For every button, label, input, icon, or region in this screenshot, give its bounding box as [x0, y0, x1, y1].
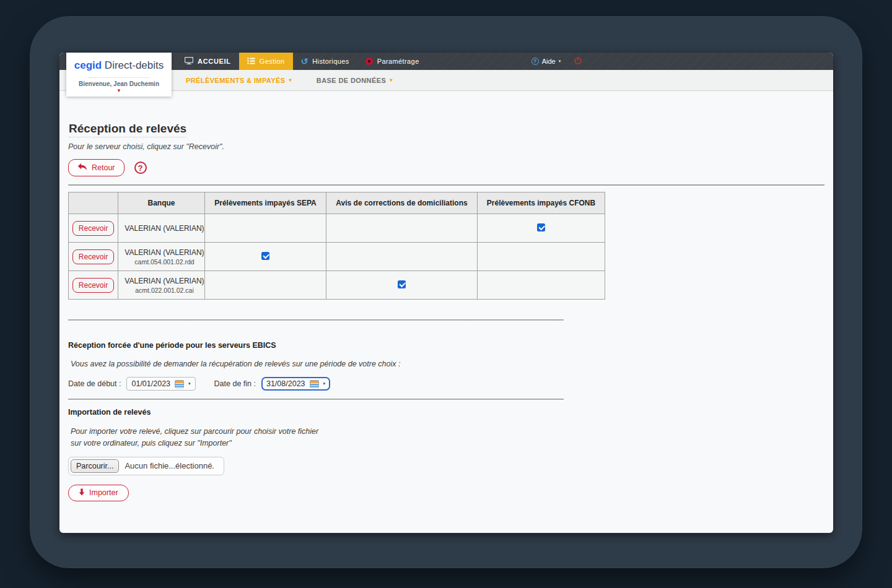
ebics-section-title: Réception forcée d'une période pour les …	[68, 341, 824, 350]
page-help-button[interactable]: ?	[134, 162, 147, 174]
bank-name: VALERIAN (VALERIAN)	[125, 248, 204, 257]
help-menu[interactable]: ? Aide ▾	[531, 58, 561, 65]
browse-button[interactable]: Parcourir...	[71, 459, 119, 473]
page-subtitle: Pour le serveur choisi, cliquez sur "Rec…	[68, 142, 824, 151]
calendar-icon[interactable]	[175, 380, 184, 388]
ebics-section-description: Vous avez la possibilité de demander la …	[68, 360, 824, 368]
chevron-down-icon[interactable]: ▾	[188, 381, 191, 386]
welcome-user-label: Bienvenue, Jean Duchemin	[66, 80, 172, 87]
import-section-title: Importation de relevés	[68, 408, 824, 417]
nav-right-group: ? Aide ▾	[531, 53, 582, 70]
table-row: Recevoir VALERIAN (VALERIAN)	[69, 214, 605, 243]
help-menu-label: Aide	[542, 58, 556, 65]
actions-row: Retour ?	[68, 159, 824, 176]
end-date-value: 31/08/2023	[266, 379, 305, 388]
recevoir-button[interactable]: Recevoir	[72, 278, 114, 293]
bank-name: VALERIAN (VALERIAN)	[125, 277, 204, 285]
brand-logo: cegid Direct-debits	[66, 59, 172, 72]
nav-label-accueil: ACCUEIL	[198, 58, 231, 65]
download-arrow-icon	[79, 488, 85, 498]
bank-file-format: camt.054.001.02.rdd	[125, 258, 204, 266]
help-circle-icon: ?	[531, 58, 539, 65]
start-date-value: 01/01/2023	[131, 379, 170, 388]
gear-ring-icon	[365, 58, 373, 65]
table-row: Recevoir VALERIAN (VALERIAN) acmt.022.00…	[69, 271, 605, 300]
nav-label-parametrage: Paramétrage	[377, 58, 419, 65]
table-header-row: Banque Prélèvements impayés SEPA Avis de…	[69, 192, 605, 214]
bank-file-format: acmt.022.001.02.cai	[125, 287, 204, 294]
avis-checkbox[interactable]	[398, 280, 406, 288]
column-header-cfonb: Prélèvements impayés CFONB	[478, 192, 605, 214]
end-date-field[interactable]: 31/08/2023 ▾	[261, 377, 330, 391]
end-date-label: Date de fin :	[214, 379, 256, 388]
device-frame: ACCUEIL Gestion ↺ Historiques Paramétr	[30, 16, 862, 568]
brand-panel: cegid Direct-debits Bienvenue, Jean Duch…	[66, 53, 172, 97]
list-icon	[247, 58, 255, 66]
section-divider	[68, 399, 564, 400]
sepa-checkbox[interactable]	[261, 252, 269, 260]
chevron-down-icon: ▾	[289, 77, 291, 83]
recevoir-button[interactable]: Recevoir	[72, 249, 114, 264]
nav-tab-parametrage[interactable]: Paramétrage	[357, 53, 427, 70]
page-title: Réception de relevés	[69, 122, 186, 137]
column-header-sepa: Prélèvements impayés SEPA	[205, 192, 326, 214]
import-description-line1: Pour importer votre relevé, cliquez sur …	[71, 426, 824, 438]
main-content: Réception de relevés Pour le serveur cho…	[59, 122, 833, 501]
import-description-line2: sur votre ordinateur, puis cliquez sur "…	[71, 438, 824, 449]
import-button-label: Importer	[89, 488, 118, 497]
top-navbar: ACCUEIL Gestion ↺ Historiques Paramétr	[59, 53, 833, 70]
back-button-label: Retour	[92, 163, 115, 172]
import-section-description: Pour importer votre relevé, cliquez sur …	[68, 426, 824, 450]
subnav-item-base-de-donnees[interactable]: BASE DE DONNÉES ▾	[317, 77, 393, 84]
column-header-avis: Avis de corrections de domiciliations	[326, 192, 478, 214]
app-window: ACCUEIL Gestion ↺ Historiques Paramétr	[59, 53, 833, 533]
nav-label-historiques: Historiques	[312, 58, 349, 65]
table-row: Recevoir VALERIAN (VALERIAN) camt.054.00…	[69, 243, 605, 271]
section-divider	[68, 184, 824, 186]
chevron-down-icon: ▾	[390, 77, 392, 83]
power-icon[interactable]	[574, 57, 582, 66]
recevoir-button[interactable]: Recevoir	[72, 221, 114, 236]
monitor-icon	[185, 57, 193, 66]
brand-logo-secondary: Direct-debits	[105, 59, 164, 71]
subnav-label-prelevements: PRÉLÈVEMENTS & IMPAYÉS	[186, 77, 285, 84]
date-range-row: Date de début : 01/01/2023 ▾ Date de fin…	[68, 377, 824, 391]
file-status-text: Aucun fichie...électionné.	[125, 461, 214, 470]
chevron-down-icon: ▾	[559, 59, 561, 64]
section-divider	[68, 319, 564, 321]
subnav-label-base-de-donnees: BASE DE DONNÉES	[317, 77, 386, 84]
nav-label-gestion: Gestion	[260, 58, 285, 65]
import-button[interactable]: Importer	[68, 485, 129, 501]
receive-table: Banque Prélèvements impayés SEPA Avis de…	[68, 192, 605, 300]
bank-name: VALERIAN (VALERIAN)	[125, 224, 204, 233]
question-mark-icon: ?	[138, 163, 143, 173]
sub-navbar: PRÉLÈVEMENTS & IMPAYÉS ▾ BASE DE DONNÉES…	[59, 70, 833, 91]
brand-divider	[89, 77, 149, 78]
column-header-banque: Banque	[118, 192, 205, 214]
start-date-field[interactable]: 01/01/2023 ▾	[126, 377, 195, 391]
back-arrow-icon	[77, 163, 87, 173]
file-input[interactable]: Parcourir... Aucun fichie...électionné.	[68, 457, 224, 475]
cfonb-checkbox[interactable]	[537, 223, 545, 231]
brand-logo-primary: cegid	[74, 59, 102, 71]
nav-tab-accueil[interactable]: ACCUEIL	[177, 53, 239, 70]
history-icon: ↺	[301, 58, 308, 65]
subnav-item-prelevements[interactable]: PRÉLÈVEMENTS & IMPAYÉS ▾	[186, 77, 292, 84]
user-menu-caret-icon[interactable]: ▼	[66, 89, 172, 93]
start-date-label: Date de début :	[68, 379, 121, 388]
column-header-action	[69, 192, 118, 214]
chevron-down-icon[interactable]: ▾	[323, 381, 326, 386]
back-button[interactable]: Retour	[68, 159, 125, 176]
nav-tab-historiques[interactable]: ↺ Historiques	[293, 53, 357, 70]
nav-tab-gestion[interactable]: Gestion	[239, 53, 293, 70]
calendar-icon[interactable]	[310, 380, 319, 388]
